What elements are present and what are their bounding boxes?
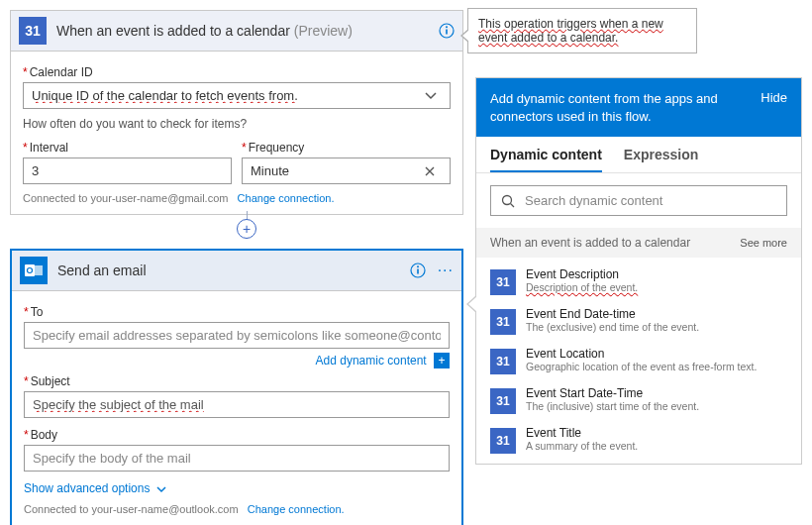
tab-dynamic-content[interactable]: Dynamic content <box>490 147 602 172</box>
item-title: Event End Date-time <box>526 307 699 321</box>
frequency-dropdown[interactable]: Minute <box>242 158 451 184</box>
dynamic-content-list: 31 Event DescriptionDescription of the e… <box>476 258 801 464</box>
body-placeholder: Specify the body of the mail <box>33 451 441 466</box>
svg-text:O: O <box>26 265 33 275</box>
show-advanced-link[interactable]: Show advanced options <box>24 481 450 495</box>
chevron-down-icon[interactable] <box>424 89 442 103</box>
add-step-button[interactable]: + <box>237 219 256 239</box>
item-title: Event Location <box>526 347 757 361</box>
more-icon[interactable]: ··· <box>438 262 454 279</box>
item-desc: Description of the event. <box>526 281 638 293</box>
interval-label: Interval <box>23 141 232 155</box>
preview-tag: (Preview) <box>294 23 353 39</box>
list-item[interactable]: 31 Event Start Date-TimeThe (inclusive) … <box>476 380 801 420</box>
trigger-footer: Connected to your-user-name@gmail.com Ch… <box>23 192 451 204</box>
subject-placeholder: Specify the subject of the mail <box>33 397 441 412</box>
info-icon[interactable] <box>439 23 455 39</box>
panel-tabs: Dynamic content Expression <box>476 137 801 173</box>
list-item[interactable]: 31 Event DescriptionDescription of the e… <box>476 262 801 301</box>
change-connection-link[interactable]: Change connection. <box>238 192 335 204</box>
body-input[interactable]: Specify the body of the mail <box>24 445 450 472</box>
search-placeholder: Search dynamic content <box>525 193 662 208</box>
calendar-icon: 31 <box>19 17 47 45</box>
calendar-icon: 31 <box>490 349 516 374</box>
connected-text: Connected to your-user-name@outlook.com <box>24 503 239 515</box>
subject-input[interactable]: Specify the subject of the mail <box>24 391 450 418</box>
svg-point-8 <box>417 265 419 267</box>
search-icon <box>501 194 515 208</box>
frequency-label: Frequency <box>242 141 451 155</box>
tab-expression[interactable]: Expression <box>624 147 698 172</box>
to-placeholder: Specify email addresses separated by sem… <box>33 328 441 343</box>
list-item[interactable]: 31 Event End Date-timeThe (exclusive) en… <box>476 301 801 341</box>
calendar-id-label: Calendar ID <box>23 65 451 79</box>
action-body: To Specify email addresses separated by … <box>12 291 461 525</box>
panel-arrow <box>468 296 477 312</box>
calendar-icon: 31 <box>490 428 516 454</box>
calendar-id-dropdown[interactable]: Unique ID of the calendar to fetch event… <box>23 82 451 109</box>
flow-canvas: 31 When an event is added to a calendar … <box>10 10 463 525</box>
subject-label: Subject <box>24 374 450 388</box>
see-more-link[interactable]: See more <box>740 237 787 249</box>
add-dynamic-plus-icon[interactable]: + <box>434 353 450 368</box>
callout-text: This operation triggers when a new event… <box>478 17 663 45</box>
calendar-icon: 31 <box>490 269 516 295</box>
svg-point-2 <box>446 26 448 28</box>
add-dynamic-content-link[interactable]: Add dynamic content <box>316 354 427 368</box>
to-input[interactable]: Specify email addresses separated by sem… <box>24 322 450 349</box>
svg-line-10 <box>511 203 515 207</box>
panel-header: Add dynamic content from the apps and co… <box>476 78 801 137</box>
body-label: Body <box>24 428 450 442</box>
connected-text: Connected to your-user-name@gmail.com <box>23 192 228 204</box>
action-card-header[interactable]: O Send an email ··· <box>12 251 461 291</box>
list-item[interactable]: 31 Event LocationGeographic location of … <box>476 341 801 380</box>
svg-rect-1 <box>446 30 448 35</box>
info-callout: This operation triggers when a new event… <box>467 8 697 53</box>
item-desc: Geographic location of the event as free… <box>526 361 757 372</box>
frequency-value: Minute <box>251 163 424 178</box>
item-desc: The (exclusive) end time of the event. <box>526 321 699 333</box>
trigger-card: 31 When an event is added to a calendar … <box>10 10 463 215</box>
info-icon[interactable] <box>410 262 426 278</box>
list-item[interactable]: 31 Event TitleA summary of the event. <box>476 420 801 460</box>
item-title: Event Start Date-Time <box>526 386 699 400</box>
check-caption: How often do you want to check for items… <box>23 117 451 131</box>
calendar-icon: 31 <box>490 388 516 414</box>
panel-header-text: Add dynamic content from the apps and co… <box>490 90 761 125</box>
action-card: O Send an email ··· To Specify email add… <box>10 249 463 525</box>
item-desc: A summary of the event. <box>526 440 638 452</box>
dynamic-content-panel: Add dynamic content from the apps and co… <box>475 77 802 465</box>
svg-point-9 <box>503 195 512 204</box>
hide-panel-link[interactable]: Hide <box>761 90 787 125</box>
search-wrap: Search dynamic content <box>476 173 801 228</box>
action-title: Send an email <box>57 262 410 278</box>
interval-input[interactable]: 3 <box>23 158 232 184</box>
trigger-title: When an event is added to a calendar (Pr… <box>56 23 439 39</box>
outlook-icon: O <box>20 257 48 284</box>
section-header: When an event is added to a calendar See… <box>476 228 801 258</box>
item-title: Event Title <box>526 426 638 440</box>
action-footer: Connected to your-user-name@outlook.com … <box>24 503 450 515</box>
trigger-body: Calendar ID Unique ID of the calendar to… <box>11 52 462 214</box>
item-title: Event Description <box>526 267 638 281</box>
clear-icon[interactable] <box>424 165 442 177</box>
section-title: When an event is added to a calendar <box>490 236 740 250</box>
interval-value: 3 <box>32 163 223 178</box>
calendar-icon: 31 <box>490 309 516 335</box>
to-label: To <box>24 305 450 319</box>
item-desc: The (inclusive) start time of the event. <box>526 400 699 412</box>
svg-rect-7 <box>417 269 419 274</box>
search-input[interactable]: Search dynamic content <box>490 185 787 216</box>
trigger-card-header[interactable]: 31 When an event is added to a calendar … <box>11 11 462 52</box>
change-connection-link[interactable]: Change connection. <box>248 503 345 515</box>
svg-rect-5 <box>35 265 43 275</box>
add-dynamic-row: Add dynamic content + <box>24 353 450 368</box>
calendar-id-value: Unique ID of the calendar to fetch event… <box>32 88 424 103</box>
